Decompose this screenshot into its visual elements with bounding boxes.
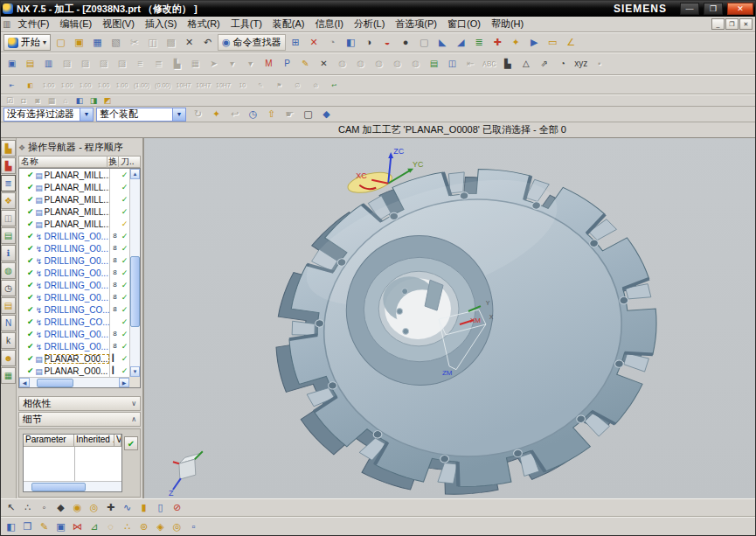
dependencies-section-header[interactable]: 相依性 ∨ — [18, 396, 141, 411]
start-menu-button[interactable]: 开始 ▾ — [3, 34, 51, 51]
fit-10-button[interactable]: 10 — [234, 77, 251, 94]
contrast-button[interactable]: ◑ — [361, 34, 378, 51]
hd3d-tools-tab[interactable]: ℹ — [1, 245, 16, 261]
chevron-down-icon[interactable]: ▼ — [172, 108, 185, 121]
measure-distance-button[interactable]: ▭ — [544, 34, 561, 51]
assembly-navigator-tab[interactable]: ▙ — [1, 140, 16, 157]
palettes-tab[interactable]: ▤ — [1, 297, 16, 314]
wave-link-button[interactable]: ⊚ — [136, 519, 151, 534]
section-view-button[interactable]: ◣ — [434, 34, 451, 51]
sim-1-button[interactable]: ◍ — [334, 56, 350, 73]
table-row[interactable]: ✔ PLANAR_O00... ▎ ✓ — [19, 352, 129, 365]
scroll-down-arrow[interactable]: ▼ — [130, 366, 140, 377]
scroll-right-arrow[interactable]: ▶ — [119, 378, 129, 387]
datum-button[interactable]: ⇤ — [3, 77, 20, 94]
highlight-button[interactable]: ✦ — [208, 106, 225, 122]
mdi-minimize-button[interactable]: _ — [711, 18, 725, 30]
tol-5-button[interactable]: 1.00 — [114, 77, 130, 94]
scroll-thumb[interactable] — [31, 483, 86, 491]
table-row[interactable]: ✔ DRILLING_CO... 8 ✓ — [19, 303, 129, 316]
open-file-button[interactable]: ▣ — [71, 34, 87, 51]
web-browser-tab[interactable]: ◍ — [1, 262, 16, 279]
interpart-refresh-button[interactable]: ↻ — [190, 106, 206, 122]
true-shading-button[interactable]: ◒ — [379, 34, 396, 51]
scroll-thumb[interactable] — [130, 256, 140, 327]
history-tab[interactable]: ◷ — [1, 280, 16, 296]
constraint-navigator-tab[interactable]: ▙ — [1, 157, 16, 174]
cube-brown-button[interactable]: ◩ — [101, 95, 114, 106]
flag-button[interactable]: ⚑ — [271, 77, 288, 94]
animation-button[interactable]: ▶ — [526, 34, 543, 51]
toolpath-dropdown-1[interactable]: ▾ — [224, 56, 240, 73]
table-row[interactable]: ✔ PLANAR_MILL... ✓ — [19, 169, 129, 181]
menu-item[interactable]: 分析(L) — [349, 17, 390, 31]
menu-item[interactable]: 格式(R) — [183, 17, 225, 31]
unite-button[interactable]: ❒ — [20, 519, 35, 534]
verify-program-button[interactable]: M — [260, 56, 277, 73]
end-point-button[interactable]: ∴ — [20, 500, 35, 515]
shop-doc-button[interactable]: ✎ — [297, 56, 314, 73]
visual-reports-tab[interactable]: k — [1, 332, 16, 349]
cut-object-button[interactable]: ▨ — [77, 56, 94, 73]
save-button[interactable]: ▦ — [89, 34, 106, 51]
vector-button[interactable]: ⇗ — [536, 56, 552, 73]
graphics-window[interactable]: ZC YC XC XM ZM Y X Z — [144, 138, 755, 498]
chevron-down-icon[interactable]: ▼ — [80, 108, 93, 121]
delete-button[interactable]: ✕ — [181, 34, 198, 51]
box-tool-button[interactable]: ▯ — [153, 500, 168, 515]
table-row[interactable]: ✔ DRILLING_CO... ✓ — [19, 316, 129, 328]
machine-view-button[interactable]: ◫ — [444, 56, 461, 73]
return-button[interactable]: ↩ — [326, 77, 343, 94]
corner-button[interactable]: ▙ — [499, 56, 516, 73]
table-row[interactable]: ✔ DRILLING_O0... 8 ✓ — [19, 254, 129, 267]
fit-10h7-2-button[interactable]: 10H7 — [194, 77, 212, 94]
pencil-button[interactable]: ✎ — [253, 77, 269, 94]
mdi-restore-button[interactable]: ❐ — [725, 18, 739, 30]
menu-item[interactable]: 信息(I) — [310, 17, 349, 31]
datum-axis-button[interactable]: ⊿ — [87, 519, 101, 534]
minimize-button[interactable]: — — [680, 3, 699, 15]
mdi-close-button[interactable]: ✕ — [739, 18, 753, 30]
up-level-button[interactable]: ⇧ — [263, 106, 280, 122]
clip-section-button[interactable]: ◢ — [453, 34, 469, 51]
new-file-button[interactable]: ▢ — [52, 34, 69, 51]
roles-tab[interactable]: ☻ — [1, 350, 16, 366]
table-row[interactable]: ✔ DRILLING_O0... 8 ✓ — [19, 279, 129, 291]
mid-point-button[interactable]: ◦ — [37, 500, 52, 515]
menu-item[interactable]: 首选项(P) — [390, 17, 442, 31]
scene-navigator-tab[interactable]: N — [1, 315, 16, 331]
fit-10h7-1-button[interactable]: 10H7 — [175, 77, 193, 94]
panel-splitter[interactable] — [18, 388, 141, 396]
quadrant-button[interactable]: ◔ — [554, 56, 571, 73]
close-part-button[interactable]: ✕ — [306, 34, 323, 51]
display-mode-button[interactable]: ◔ — [324, 34, 341, 51]
menu-item[interactable]: 视图(V) — [97, 17, 140, 31]
table-row[interactable]: ✔ DRILLING_O0... 8 ✓ — [19, 328, 129, 340]
table-row[interactable]: ✔ DRILLING_O0... 8 ✓ — [19, 242, 129, 254]
materials-tab[interactable]: ▦ — [1, 367, 16, 384]
sim-5-button[interactable]: ◍ — [407, 56, 424, 73]
create-geometry-button[interactable]: ▥ — [40, 56, 57, 73]
menu-item[interactable]: 工具(T) — [225, 17, 267, 31]
scroll-thumb[interactable] — [37, 379, 74, 387]
fit-10h7-3-button[interactable]: 10H7 — [214, 77, 232, 94]
paste-object-button[interactable]: ▨ — [114, 56, 130, 73]
tol-3-button[interactable]: 1.00 — [77, 77, 94, 94]
details-horizontal-scrollbar[interactable] — [24, 481, 121, 491]
details-table[interactable]: Parameter Inherited ... Va — [23, 434, 122, 492]
copy-object-button[interactable]: ▨ — [95, 56, 112, 73]
table-row[interactable]: ✔ DRILLING_O0... 8 ✓ — [19, 340, 129, 352]
control-point-button[interactable]: ◆ — [53, 500, 68, 515]
cut-button[interactable]: ✂ — [126, 34, 142, 51]
paste-button[interactable]: ▩ — [163, 34, 179, 51]
close-button[interactable]: ✕ — [727, 3, 753, 15]
menu-item[interactable]: 装配(A) — [267, 17, 310, 31]
marquee-button[interactable]: ▢ — [300, 106, 316, 122]
grab-button[interactable]: ☛ — [281, 106, 298, 122]
tol-2-button[interactable]: 1.00 — [59, 77, 75, 94]
tree-vertical-scrollbar[interactable]: ▲ ▼ — [129, 169, 140, 377]
toolpath-dropdown-2[interactable]: ▾ — [242, 56, 259, 73]
generate-toolpath-button[interactable]: ≡ — [132, 56, 149, 73]
table-row[interactable]: ✔ PLANAR_MILL... ✓ — [19, 205, 129, 218]
edit-toolpath-button[interactable]: ≣ — [150, 56, 167, 73]
